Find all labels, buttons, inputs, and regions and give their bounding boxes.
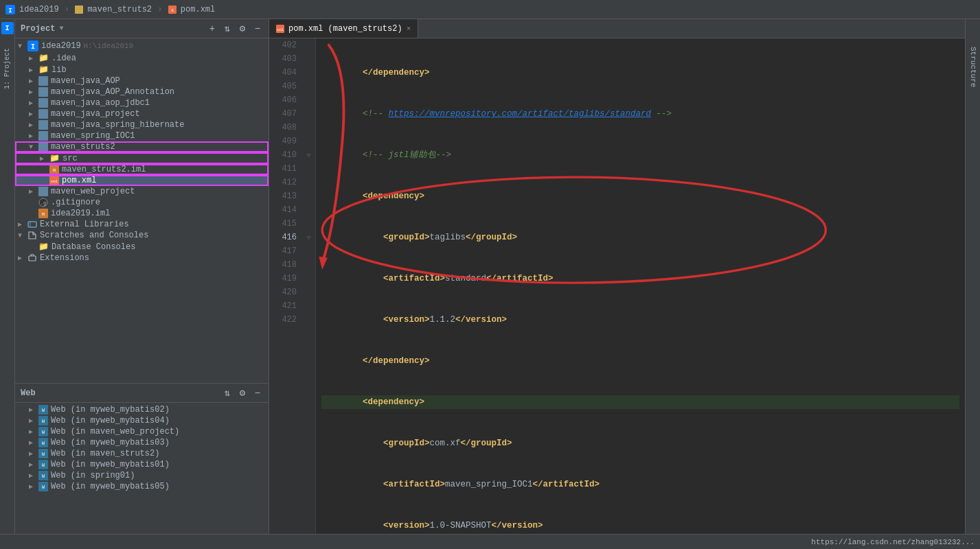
- tree-idea-folder[interactable]: ▶ 📁 .idea: [15, 52, 269, 64]
- web-icon-2: W: [38, 416, 48, 425]
- title-bar: I idea2019 › maven_struts2 › x pom.xml: [0, 0, 980, 19]
- editor-area: xml pom.xml (maven_struts2) × 402 403 40…: [269, 19, 965, 534]
- web-item-mybatis05[interactable]: ▶ W Web (in myweb_mybatis05): [15, 481, 269, 492]
- gutter: ▽ ▽: [302, 38, 316, 534]
- iml-icon: m: [49, 165, 59, 174]
- code-editor[interactable]: 402 403 404 405 406 407 408 409 410 411 …: [269, 38, 965, 534]
- web-icon-3: W: [38, 427, 48, 436]
- module-icon-5: [38, 120, 48, 130]
- tree-scratches[interactable]: ▼ Scratches and Consoles: [15, 230, 269, 241]
- tab-pom-xml[interactable]: xml pom.xml (maven_struts2) ×: [269, 19, 418, 38]
- minimize-icon[interactable]: −: [252, 23, 263, 34]
- svg-rect-11: [38, 120, 48, 130]
- tree-maven-java-project[interactable]: ▶ maven_java_project: [15, 108, 269, 119]
- scratches-icon: [27, 231, 37, 240]
- line-numbers: 402 403 404 405 406 407 408 409 410 411 …: [269, 38, 302, 534]
- module-icon: [38, 76, 48, 86]
- tree-maven-web-project[interactable]: ▶ maven_web_project: [15, 186, 269, 197]
- web-item-maven-struts2[interactable]: ▶ W Web (in maven_struts2): [15, 448, 269, 459]
- web-minimize-icon[interactable]: −: [252, 388, 263, 399]
- code-line-412: <artifactId>maven_spring_IOC1</artifactI…: [321, 478, 959, 491]
- folder-icon-db: 📁: [38, 242, 49, 252]
- svg-rect-23: [28, 222, 36, 227]
- module-icon-8: [38, 187, 48, 196]
- add-icon[interactable]: +: [207, 23, 218, 34]
- web-item-spring01[interactable]: ▶ W Web (in spring01): [15, 470, 269, 481]
- module-icon-2: [38, 87, 48, 97]
- tab-xml-icon: xml: [276, 25, 284, 33]
- web-settings-icon[interactable]: ⚙: [237, 388, 248, 399]
- web-item-maven-web[interactable]: ▶ W Web (in maven_web_project): [15, 426, 269, 437]
- code-line-411: <groupId>com.xf</groupId>: [321, 436, 959, 450]
- web-icon-6: W: [38, 460, 48, 469]
- tree-external-libraries[interactable]: ▶ External Libraries: [15, 219, 269, 230]
- svg-rect-13: [38, 142, 48, 152]
- web-icon-4: W: [38, 438, 48, 447]
- folder-icon-src: 📁: [49, 153, 60, 163]
- tree-extensions[interactable]: ▶ Extensions: [15, 253, 269, 264]
- gitignore-icon: .g: [38, 198, 48, 207]
- project-panel-header: Project ▼ + ⇅ ⚙ −: [15, 19, 269, 38]
- svg-text:xml: xml: [51, 179, 58, 184]
- svg-text:xml: xml: [277, 27, 284, 32]
- tree-maven-spring-ioc1[interactable]: ▶ maven_spring_IOC1: [15, 130, 269, 141]
- web-item-mybatis02[interactable]: ▶ W Web (in myweb_mybatis02): [15, 404, 269, 415]
- module-icon-7: [38, 142, 48, 152]
- project-panel-title: Project ▼: [21, 24, 63, 34]
- svg-rect-25: [29, 256, 36, 261]
- web-item-mybatis03[interactable]: ▶ W Web (in myweb_mybatis03): [15, 437, 269, 448]
- tree-maven-java-spring-hibernate[interactable]: ▶ maven_java_spring_hibernate: [15, 119, 269, 130]
- structure-label[interactable]: Structure: [969, 47, 977, 87]
- library-icon: [27, 220, 37, 229]
- tree-idea2019[interactable]: ▼ I idea2019 H:\idea2019: [15, 40, 269, 52]
- code-line-404: <!-- jstl辅助包-->: [321, 148, 959, 162]
- tree-pom-xml[interactable]: ▶ xml pom.xml: [15, 175, 269, 186]
- xml-icon-pom: xml: [49, 176, 59, 185]
- code-line-407: <artifactId>standard</artifactId>: [321, 272, 959, 285]
- title-pom-xml: x pom.xml: [168, 5, 215, 14]
- structure-tab[interactable]: Structure: [965, 19, 980, 534]
- svg-rect-2: [75, 5, 83, 14]
- web-item-mybatis01[interactable]: ▶ W Web (in myweb_mybatis01): [15, 459, 269, 470]
- code-line-409: </dependency>: [321, 354, 959, 368]
- svg-text:m: m: [53, 167, 56, 173]
- extensions-icon: [27, 253, 37, 263]
- folder-icon-lib: 📁: [38, 65, 49, 75]
- title-idea2019: I idea2019: [5, 5, 59, 14]
- tree-lib[interactable]: ▶ 📁 lib: [15, 64, 269, 75]
- code-content[interactable]: </dependency> <!-- https://mvnrepository…: [316, 38, 965, 534]
- tree-database-consoles[interactable]: ▶ 📁 Database Consoles: [15, 241, 269, 253]
- panel-actions: + ⇅ ⚙ −: [207, 23, 263, 34]
- settings-icon[interactable]: ⚙: [237, 23, 248, 34]
- title-maven-struts2: maven_struts2: [75, 5, 152, 14]
- tab-close-icon[interactable]: ×: [407, 25, 411, 33]
- tree-maven-java-aop[interactable]: ▶ maven_java_AOP: [15, 75, 269, 86]
- svg-rect-12: [38, 131, 48, 141]
- svg-text:.g: .g: [41, 200, 46, 206]
- module-icon-4: [38, 109, 48, 119]
- tree-maven-java-aop-jdbc1[interactable]: ▶ maven_java_aop_jdbc1: [15, 97, 269, 108]
- web-item-mybatis04[interactable]: ▶ W Web (in myweb_mybatis04): [15, 415, 269, 426]
- svg-rect-18: [38, 187, 48, 196]
- project-panel: Project ▼ + ⇅ ⚙ − ▼ I idea2019: [15, 19, 269, 534]
- tree-idea2019-iml[interactable]: ▶ m idea2019.iml: [15, 208, 269, 219]
- web-panel-header: Web ⇅ ⚙ −: [15, 384, 269, 403]
- code-line-405: <dependency>: [321, 189, 959, 203]
- tree-src[interactable]: ▶ 📁 src: [15, 152, 269, 164]
- project-tree: ▼ I idea2019 H:\idea2019 ▶ 📁 .idea ▶: [15, 38, 269, 383]
- code-line-403: <!-- https://mvnrepository.com/artifact/…: [321, 107, 959, 121]
- idea-icon: I: [1, 22, 14, 34]
- svg-rect-9: [38, 98, 48, 108]
- tree-gitignore[interactable]: ▶ .g .gitignore: [15, 197, 269, 208]
- status-bar: https://lang.csdn.net/zhang013232...: [0, 534, 980, 549]
- web-sync-icon[interactable]: ⇅: [222, 388, 233, 399]
- project-label: 1: Project: [3, 48, 11, 89]
- tree-maven-struts2[interactable]: ▼ maven_struts2: [15, 141, 269, 152]
- svg-text:I: I: [8, 8, 12, 14]
- sync-icon[interactable]: ⇅: [222, 23, 233, 34]
- svg-rect-7: [38, 76, 48, 86]
- svg-text:m: m: [42, 211, 45, 217]
- tree-maven-java-aop-annotation[interactable]: ▶ maven_java_AOP_Annotation: [15, 86, 269, 97]
- svg-rect-8: [38, 87, 48, 97]
- tree-maven-struts2-iml[interactable]: ▶ m maven_struts2.iml: [15, 164, 269, 175]
